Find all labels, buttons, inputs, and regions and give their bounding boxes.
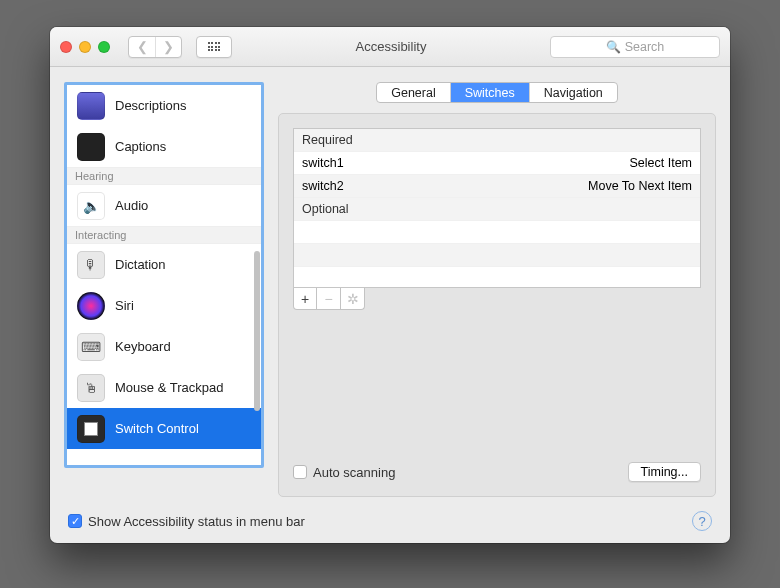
sidebar-item-label: Audio xyxy=(115,198,148,213)
show-all-button[interactable] xyxy=(196,36,232,58)
sidebar-item-siri[interactable]: Siri xyxy=(67,285,261,326)
back-button[interactable]: ❮ xyxy=(129,37,155,57)
dictation-icon: 🎙 xyxy=(77,251,105,279)
audio-icon: 🔈 xyxy=(77,192,105,220)
close-button[interactable] xyxy=(60,41,72,53)
sidebar-scrollbar[interactable] xyxy=(254,251,260,411)
nav-back-forward: ❮ ❯ xyxy=(128,36,182,58)
timing-button[interactable]: Timing... xyxy=(628,462,701,482)
sidebar: Descriptions Captions Hearing 🔈 Audio In… xyxy=(64,82,264,468)
table-row-empty xyxy=(294,244,700,267)
table-row-empty xyxy=(294,221,700,244)
table-row[interactable]: switch1 Select Item xyxy=(294,152,700,175)
sidebar-item-label: Descriptions xyxy=(115,98,187,113)
checkbox-box xyxy=(293,465,307,479)
sidebar-item-dictation[interactable]: 🎙 Dictation xyxy=(67,244,261,285)
descriptions-icon xyxy=(77,92,105,120)
switch-action: Select Item xyxy=(629,156,692,170)
search-placeholder: Search xyxy=(625,40,665,54)
gear-icon: ✲ xyxy=(347,291,359,307)
footer: ✓ Show Accessibility status in menu bar … xyxy=(50,505,730,543)
remove-switch-button[interactable]: − xyxy=(317,288,341,310)
window-title: Accessibility xyxy=(240,39,542,54)
preferences-window: ❮ ❯ Accessibility 🔍 Search Descriptions xyxy=(50,27,730,543)
help-button[interactable]: ? xyxy=(692,511,712,531)
search-icon: 🔍 xyxy=(606,40,621,54)
mouse-icon: 🖱 xyxy=(77,374,105,402)
content-area: Descriptions Captions Hearing 🔈 Audio In… xyxy=(50,67,730,505)
sidebar-item-label: Mouse & Trackpad xyxy=(115,380,223,395)
status-menubar-checkbox[interactable]: ✓ Show Accessibility status in menu bar xyxy=(68,514,305,529)
minimize-button[interactable] xyxy=(79,41,91,53)
switches-table: Required switch1 Select Item switch2 Mov… xyxy=(293,128,701,288)
switch-control-icon xyxy=(77,415,105,443)
tab-navigation[interactable]: Navigation xyxy=(529,83,617,102)
table-row-empty xyxy=(294,267,700,288)
sidebar-category-hearing: Hearing xyxy=(67,167,261,185)
grid-icon xyxy=(208,42,221,51)
checkbox-label: Show Accessibility status in menu bar xyxy=(88,514,305,529)
sidebar-item-label: Keyboard xyxy=(115,339,171,354)
search-field[interactable]: 🔍 Search xyxy=(550,36,720,58)
keyboard-icon: ⌨ xyxy=(77,333,105,361)
sidebar-item-label: Siri xyxy=(115,298,134,313)
switch-name: switch1 xyxy=(302,156,344,170)
switch-action: Move To Next Item xyxy=(588,179,692,193)
sidebar-item-mouse-trackpad[interactable]: 🖱 Mouse & Trackpad xyxy=(67,367,261,408)
captions-icon xyxy=(77,133,105,161)
switch-name: switch2 xyxy=(302,179,344,193)
tab-bar: General Switches Navigation xyxy=(376,82,618,103)
auto-scanning-checkbox[interactable]: Auto scanning xyxy=(293,465,395,480)
siri-icon xyxy=(77,292,105,320)
zoom-button[interactable] xyxy=(98,41,110,53)
switches-panel: Required switch1 Select Item switch2 Mov… xyxy=(278,113,716,497)
sidebar-item-captions[interactable]: Captions xyxy=(67,126,261,167)
sidebar-item-label: Dictation xyxy=(115,257,166,272)
main-panel: General Switches Navigation Required swi… xyxy=(278,82,716,497)
table-edit-bar: + − ✲ xyxy=(293,288,701,310)
sidebar-item-descriptions[interactable]: Descriptions xyxy=(67,85,261,126)
sidebar-item-label: Switch Control xyxy=(115,421,199,436)
tab-general[interactable]: General xyxy=(377,83,449,102)
add-switch-button[interactable]: + xyxy=(293,288,317,310)
switch-options-button[interactable]: ✲ xyxy=(341,288,365,310)
sidebar-item-switch-control[interactable]: Switch Control xyxy=(67,408,261,449)
table-row[interactable]: switch2 Move To Next Item xyxy=(294,175,700,198)
checkbox-box: ✓ xyxy=(68,514,82,528)
sidebar-item-audio[interactable]: 🔈 Audio xyxy=(67,185,261,226)
sidebar-item-keyboard[interactable]: ⌨ Keyboard xyxy=(67,326,261,367)
sidebar-category-interacting: Interacting xyxy=(67,226,261,244)
sidebar-item-label: Captions xyxy=(115,139,166,154)
table-header-optional: Optional xyxy=(294,198,700,221)
checkbox-label: Auto scanning xyxy=(313,465,395,480)
traffic-lights xyxy=(60,41,110,53)
tab-switches[interactable]: Switches xyxy=(450,83,529,102)
titlebar: ❮ ❯ Accessibility 🔍 Search xyxy=(50,27,730,67)
forward-button[interactable]: ❯ xyxy=(155,37,181,57)
table-header-required: Required xyxy=(294,129,700,152)
